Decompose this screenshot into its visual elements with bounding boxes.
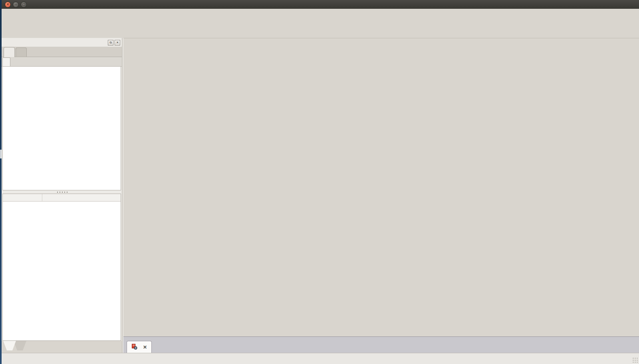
labels-attributes-header[interactable] [2,57,10,66]
property-editor-filler [3,202,121,340]
view-data-tabs [2,341,122,353]
titlebar[interactable]: ✕ – ▢ [0,0,639,9]
combo-view-panel: ⧉ ✕ [2,38,123,353]
toolbar-part-measure [2,24,639,38]
window-close-button[interactable]: ✕ [5,2,11,8]
screen-edge-strip [0,0,2,364]
document-tab[interactable]: ✕ [127,341,152,353]
toolbar-file-view [2,9,639,24]
window-maximize-button[interactable]: ▢ [21,2,27,8]
panel-close-icon[interactable]: ✕ [115,40,120,46]
document-tab-bar: ✕ [123,336,639,353]
window-minimize-button[interactable]: – [13,2,19,8]
mdi-area: ✕ [123,38,639,353]
statusbar [0,353,639,364]
tab-tasks[interactable] [16,47,27,57]
panel-reveal-notch[interactable] [0,150,2,158]
tab-view[interactable] [3,341,16,350]
tree-header [2,57,122,67]
panel-float-icon[interactable]: ⧉ [108,40,113,46]
tab-close-icon[interactable]: ✕ [143,344,147,350]
freecad-document-icon [131,344,137,351]
property-column-header[interactable] [3,194,42,201]
panel-splitter[interactable] [2,190,122,194]
model-tree[interactable] [2,67,121,190]
tab-model[interactable] [4,47,15,57]
property-editor [2,194,121,341]
tab-data[interactable] [14,341,26,350]
value-column-header[interactable] [42,194,121,201]
3d-viewport[interactable] [123,38,639,336]
resize-grip-icon[interactable] [632,357,638,363]
combo-view-tabs [2,47,122,57]
